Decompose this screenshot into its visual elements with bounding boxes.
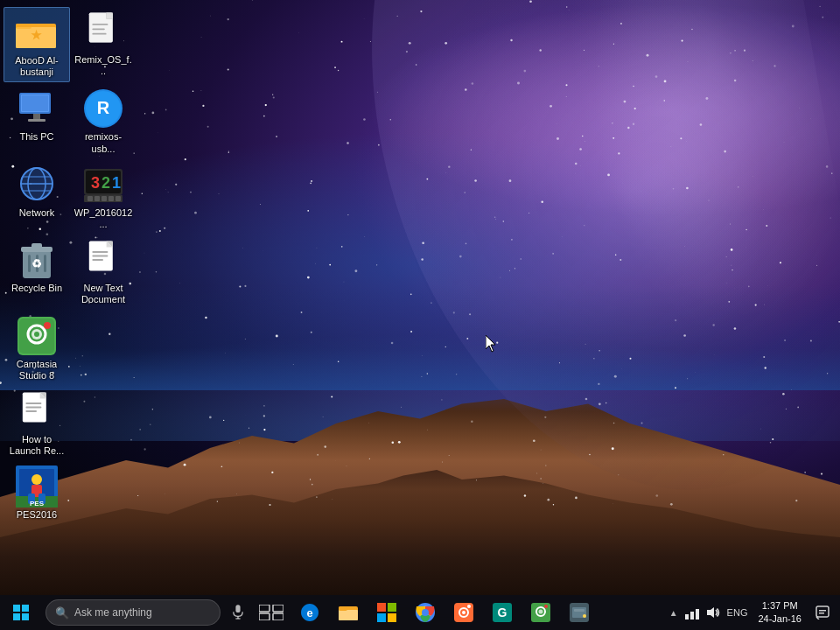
svg-rect-75 [259,605,270,612]
desktop-icon-how-to-launch[interactable]: How to Launch Re... [4,387,70,460]
taskbar-app-edge[interactable]: e [290,595,329,630]
svg-point-56 [44,322,51,329]
svg-text:2: 2 [102,174,110,192]
action-center-button[interactable] [808,595,836,630]
desktop-icon-abood[interactable]: ★ AbooD Al-bustanji [4,7,70,82]
icon-row-4: Camtasia Studio 8 [4,312,136,387]
tray-date: 24-Jan-16 [758,612,802,626]
taskbar-app-explorer[interactable] [329,595,368,630]
svg-point-92 [462,611,466,614]
icon-row-5: How to Launch Re... [4,387,136,462]
taskbar: 🔍 Ask me anything e [0,595,840,630]
microphone-button[interactable] [224,595,252,630]
icon-row-1: This PC R remixos-usb... [4,84,136,159]
svg-rect-61 [25,406,41,408]
svg-rect-108 [816,606,829,617]
tray-datetime[interactable]: 1:37 PM 24-Jan-16 [751,595,808,630]
tray-show-hidden[interactable]: ▲ [666,595,682,630]
desktop-icon-this-pc[interactable]: This PC [4,84,70,158]
svg-rect-10 [92,24,108,25]
svg-rect-50 [92,259,103,261]
svg-text:★: ★ [31,28,42,42]
new-text-doc-label: New Text Document [74,283,133,305]
svg-text:3: 3 [91,174,100,192]
task-view-button[interactable] [254,595,289,630]
svg-rect-110 [819,612,824,614]
svg-marker-107 [707,607,714,618]
icon-row-2: Network 3 2 1 [4,160,136,235]
svg-rect-39 [28,255,31,272]
wp2016012-icon: 3 2 1 [82,164,124,206]
svg-text:♻: ♻ [32,257,42,270]
camtasia-label: Camtasia Studio 8 [7,359,66,382]
icon-row-6: PES PES2016 [4,462,136,526]
remix-os-file-icon [82,10,124,52]
camtasia-icon [16,315,58,357]
svg-rect-106 [696,609,699,620]
desktop-icon-wp2016012[interactable]: 3 2 1 WP_2016012... [70,160,136,234]
icon-row-3: ♻ Recycle Bin [4,235,136,311]
svg-rect-49 [92,256,108,257]
svg-rect-34 [94,196,100,201]
svg-rect-36 [108,196,114,201]
taskbar-app-green[interactable]: G [483,595,522,630]
svg-rect-35 [102,196,107,201]
desktop-icon-network[interactable]: Network [4,160,70,234]
desktop-icon-new-text-doc[interactable]: New Text Document [70,235,136,309]
svg-rect-76 [273,605,284,612]
svg-text:1: 1 [112,174,121,192]
svg-point-55 [34,332,39,337]
recycle-bin-label: Recycle Bin [11,283,62,294]
svg-rect-43 [32,243,42,248]
svg-rect-17 [28,119,46,122]
svg-rect-41 [44,255,46,272]
svg-rect-72 [235,605,240,612]
svg-point-98 [539,610,543,614]
svg-rect-102 [574,609,584,612]
search-placeholder: Ask me anything [74,606,152,619]
taskbar-app-disk[interactable] [560,595,598,630]
how-to-launch-label: How to Launch Re... [7,434,66,457]
desktop-icon-remix-os-file[interactable]: Remix_OS_f... [70,7,136,82]
taskbar-app-camera[interactable] [444,595,483,630]
svg-rect-85 [377,613,386,622]
svg-rect-82 [339,606,347,611]
wp2016012-label: WP_2016012... [74,207,133,230]
svg-point-99 [544,605,548,608]
abood-label: AbooD Al-bustanji [8,55,66,78]
desktop-icon-pes2016[interactable]: PES PES2016 [4,462,70,524]
taskbar-app-store[interactable] [368,595,406,630]
desktop-icon-recycle-bin[interactable]: ♻ Recycle Bin [4,235,70,309]
svg-point-93 [467,605,471,608]
svg-point-89 [422,609,429,616]
taskbar-app-camtasia2[interactable] [522,595,560,630]
svg-rect-78 [273,613,284,620]
desktop-icon-remixos-usb[interactable]: R remixos-usb... [70,84,136,158]
tray-language[interactable]: ENG [724,595,752,630]
search-bar[interactable]: 🔍 Ask me anything [46,599,220,626]
recycle-bin-icon: ♻ [16,239,58,281]
new-text-doc-icon [82,239,124,281]
abood-icon: ★ [16,11,58,53]
remixos-usb-label: remixos-usb... [74,131,133,154]
svg-rect-86 [388,613,396,622]
tray-volume-icon[interactable] [703,595,724,630]
icon-row-0: ★ AbooD Al-bustanji [4,7,136,84]
this-pc-label: This PC [19,131,53,143]
tray-network-icon[interactable] [682,595,703,630]
svg-rect-104 [685,614,689,620]
windows-logo [13,605,29,620]
remixos-usb-icon: R [82,88,124,130]
svg-rect-33 [88,196,93,201]
svg-text:PES: PES [30,500,45,508]
start-button[interactable] [0,595,42,630]
remix-os-file-label: Remix_OS_f... [74,54,133,77]
svg-rect-77 [259,613,270,620]
desktop-icon-camtasia[interactable]: Camtasia Studio 8 [4,312,70,385]
search-icon: 🔍 [55,606,69,620]
svg-rect-12 [92,33,106,35]
svg-rect-9 [107,12,113,18]
taskbar-app-chrome[interactable] [406,595,444,630]
this-pc-icon [16,88,58,130]
pes2016-label: PES2016 [17,509,57,521]
